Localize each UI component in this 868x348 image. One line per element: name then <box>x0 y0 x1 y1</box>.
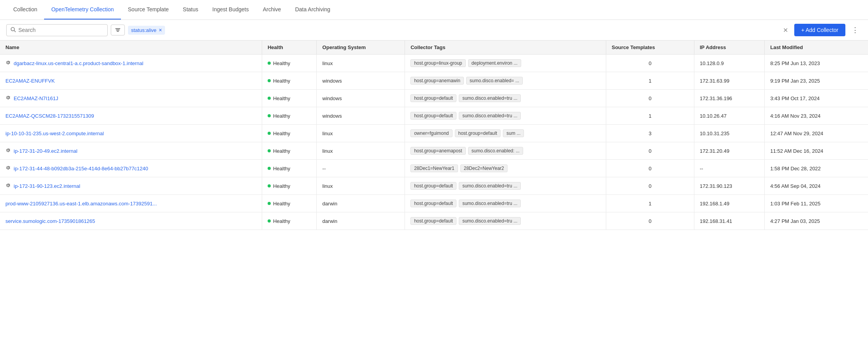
cell-tags: host.group=defaultsumo.disco.enabled=tru… <box>405 212 606 230</box>
cell-ip: -- <box>694 160 765 177</box>
cell-tags: host.group=defaultsumo.disco.enabled=tru… <box>405 195 606 212</box>
tags-cell: host.group=defaultsumo.disco.enabled=tru… <box>410 217 600 225</box>
collector-name[interactable]: service.sumologic.com-1735901861265 <box>5 218 95 224</box>
tag-badge: sumo.disco.enabled= ... <box>466 77 523 85</box>
search-input[interactable] <box>18 27 103 33</box>
tag-badge: host.group=default <box>410 217 456 225</box>
col-health: Health <box>262 41 316 55</box>
cell-tags: 28Dec1=NewYear128Dec2=NewYear2 <box>405 160 606 177</box>
name-cell: ip-172-31-20-49.ec2.internal <box>5 148 256 154</box>
tab-archive[interactable]: Archive <box>256 0 288 19</box>
collector-name[interactable]: ip-172-31-44-48-b092db3a-215e-414d-8e64-… <box>14 166 148 171</box>
table-row[interactable]: service.sumologic.com-1735901861265Healt… <box>0 212 868 230</box>
table-row[interactable]: EC2AMAZ-ENUFFVKHealthywindowshost.group=… <box>0 72 868 90</box>
table-row[interactable]: EC2AMAZ-QCSCM28-1732315571309Healthywind… <box>0 107 868 125</box>
tags-cell: host.group=linux-groupdeployment.environ… <box>410 59 600 67</box>
filter-tag-label: status:alive <box>131 27 156 33</box>
main-container: Collection OpenTelemetry Collection Sour… <box>0 0 868 348</box>
clear-filters-button[interactable]: ✕ <box>780 25 791 35</box>
health-dot <box>268 202 271 205</box>
cell-health: Healthy <box>262 160 316 177</box>
name-cell: EC2AMAZ-ENUFFVK <box>5 78 256 84</box>
health-label: Healthy <box>273 60 290 66</box>
cell-source-templates: 1 <box>606 195 694 212</box>
cell-os: -- <box>317 160 405 177</box>
cell-tags: host.group=defaultsumo.disco.enabled=tru… <box>405 90 606 107</box>
cell-modified: 4:27 PM Jan 03, 2025 <box>765 212 868 230</box>
cell-os: linux <box>317 55 405 72</box>
cell-name: EC2AMAZ-N7I161J <box>0 90 262 107</box>
collector-name[interactable]: EC2AMAZ-QCSCM28-1732315571309 <box>5 113 94 119</box>
add-collector-button[interactable]: + Add Collector <box>794 24 845 36</box>
tab-data-archiving[interactable]: Data Archiving <box>288 0 337 19</box>
tag-badge: sumo.disco.enabled=tru ... <box>459 112 521 120</box>
filter-tag-close[interactable]: × <box>159 27 162 33</box>
collector-name[interactable]: EC2AMAZ-N7I161J <box>14 95 58 101</box>
cell-os: windows <box>317 90 405 107</box>
tag-badge: host.group=anemapost <box>410 147 465 155</box>
name-cell: ip-172-31-44-48-b092db3a-215e-414d-8e64-… <box>5 165 256 171</box>
tags-cell: host.group=anemawinsumo.disco.enabled= .… <box>410 77 600 85</box>
svg-line-1 <box>14 30 16 32</box>
table-row[interactable]: dgarbacz-linux.us-central1-a.c.product-s… <box>0 55 868 72</box>
tab-collection[interactable]: Collection <box>6 0 44 19</box>
health-dot <box>268 184 271 187</box>
collector-name[interactable]: dgarbacz-linux.us-central1-a.c.product-s… <box>14 60 143 66</box>
collector-name[interactable]: ip-172-31-90-123.ec2.internal <box>14 183 80 189</box>
tag-badge: sumo.disco.enabled=tru ... <box>459 94 521 102</box>
col-source-templates: Source Templates <box>606 41 694 55</box>
health-dot <box>268 97 271 100</box>
cell-ip: 172.31.63.99 <box>694 72 765 90</box>
cell-name: service.sumologic.com-1735901861265 <box>0 212 262 230</box>
health-cell: Healthy <box>268 60 311 66</box>
tag-badge: host.group=default <box>410 112 456 120</box>
cell-name: ip-172-31-20-49.ec2.internal <box>0 142 262 160</box>
cell-modified: 12:47 AM Nov 29, 2024 <box>765 125 868 142</box>
tab-status[interactable]: Status <box>176 0 206 19</box>
health-label: Healthy <box>273 131 290 136</box>
collector-name[interactable]: prod-www-2105927136.us-east-1.elb.amazon… <box>5 201 157 207</box>
tab-opentelemetry[interactable]: OpenTelemetry Collection <box>44 0 121 19</box>
tag-badge: sumo.disco.enabled: ... <box>468 147 523 155</box>
table-row[interactable]: EC2AMAZ-N7I161JHealthywindowshost.group=… <box>0 90 868 107</box>
health-dot <box>268 219 271 223</box>
cell-os: windows <box>317 72 405 90</box>
table-row[interactable]: ip-10-10-31-235.us-west-2.compute.intern… <box>0 125 868 142</box>
tags-cell: host.group=defaultsumo.disco.enabled=tru… <box>410 182 600 190</box>
search-box[interactable] <box>6 24 108 36</box>
tags-cell: host.group=defaultsumo.disco.enabled=tru… <box>410 200 600 207</box>
cell-health: Healthy <box>262 125 316 142</box>
health-cell: Healthy <box>268 166 311 171</box>
health-cell: Healthy <box>268 131 311 136</box>
cell-os: darwin <box>317 212 405 230</box>
table-header: Name Health Operating System Collector T… <box>0 41 868 55</box>
cell-health: Healthy <box>262 90 316 107</box>
table-row[interactable]: ip-172-31-20-49.ec2.internalHealthylinux… <box>0 142 868 160</box>
cell-os: darwin <box>317 195 405 212</box>
cell-health: Healthy <box>262 72 316 90</box>
more-options-button[interactable]: ⋮ <box>848 24 862 36</box>
filter-button[interactable] <box>111 25 125 35</box>
cell-source-templates: 0 <box>606 177 694 195</box>
collector-name[interactable]: ip-10-10-31-235.us-west-2.compute.intern… <box>5 131 104 136</box>
table-row[interactable]: ip-172-31-44-48-b092db3a-215e-414d-8e64-… <box>0 160 868 177</box>
table-row[interactable]: prod-www-2105927136.us-east-1.elb.amazon… <box>0 195 868 212</box>
tab-ingest-budgets[interactable]: Ingest Budgets <box>205 0 256 19</box>
tab-source-template[interactable]: Source Template <box>121 0 176 19</box>
cell-health: Healthy <box>262 142 316 160</box>
cell-tags: host.group=defaultsumo.disco.enabled=tru… <box>405 107 606 125</box>
health-cell: Healthy <box>268 95 311 101</box>
cell-health: Healthy <box>262 177 316 195</box>
cell-name: ip-172-31-44-48-b092db3a-215e-414d-8e64-… <box>0 160 262 177</box>
gear-icon <box>5 165 11 171</box>
tag-badge: sumo.disco.enabled=tru ... <box>459 217 521 225</box>
cell-name: EC2AMAZ-QCSCM28-1732315571309 <box>0 107 262 125</box>
table-row[interactable]: ip-172-31-90-123.ec2.internalHealthylinu… <box>0 177 868 195</box>
name-cell: service.sumologic.com-1735901861265 <box>5 218 256 224</box>
cell-tags: host.group=defaultsumo.disco.enabled=tru… <box>405 177 606 195</box>
health-dot <box>268 62 271 65</box>
collector-name[interactable]: EC2AMAZ-ENUFFVK <box>5 78 55 84</box>
cell-source-templates: 0 <box>606 142 694 160</box>
tag-badge: sumo.disco.enabled=tru ... <box>459 200 521 207</box>
collector-name[interactable]: ip-172-31-20-49.ec2.internal <box>14 148 77 154</box>
